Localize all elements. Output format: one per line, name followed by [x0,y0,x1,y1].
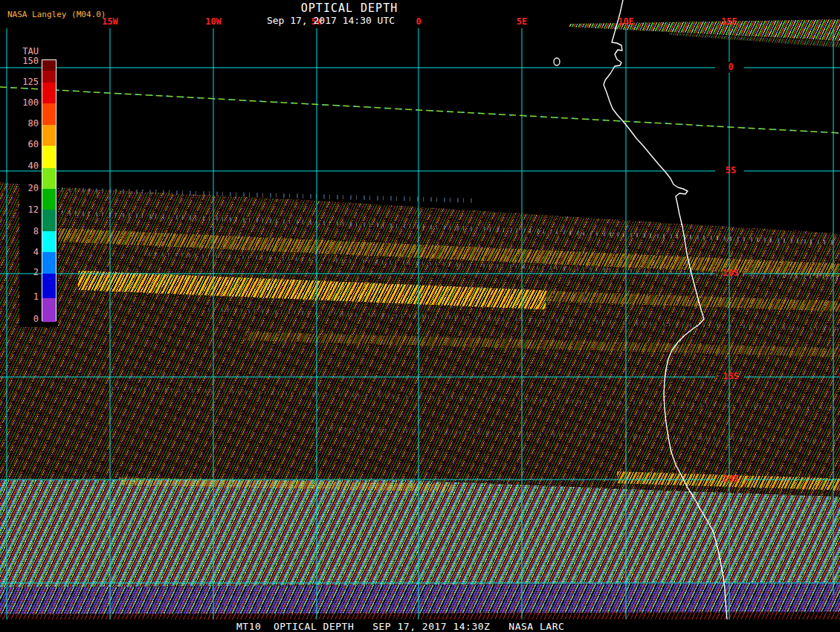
footer-caption: MT10 OPTICAL DEPTH SEP 17, 2017 14:30Z N… [236,621,564,632]
legend-colorbar [42,59,56,321]
legend-tick-label: 40 [28,161,39,172]
legend-ticks: TAU 150125100806040201284210 [19,41,39,327]
legend-color-segment [42,210,56,231]
legend-tick-label: 20 [28,183,39,194]
legend-tick-label: 1 [33,291,39,303]
credit-label: NASA Langley (M04.0) [7,10,106,19]
legend-color-segment [42,168,56,189]
legend-color-segment [42,146,56,168]
latitude-label: 10S [723,268,739,279]
legend-color-segment [42,298,56,322]
legend-tick-label: 150 [22,56,39,67]
map-overlay [0,0,840,632]
legend-color-segment [42,274,56,298]
longitude-label: 0 [416,16,421,27]
page-title: OPTICAL DEPTH [301,1,398,15]
legend-color-segment [42,252,56,274]
legend-tick-label: 12 [28,204,39,216]
legend-color-segment [42,103,56,125]
legend-tick-label: 0 [33,314,39,325]
legend-tick-label: 60 [28,139,39,150]
longitude-label: 10E [618,16,634,27]
satellite-optical-depth-viewport: TAU 150125100806040201284210 NASA Langle… [0,0,840,632]
legend-tick-label: 4 [33,247,39,258]
timestamp-subtitle: Sep 17, 2017 14:30 UTC [267,15,395,26]
legend-title: TAU [22,46,39,57]
latitude-label: 0 [728,62,733,73]
legend-tick-label: 100 [22,97,39,109]
coastline [604,0,727,619]
legend-color-segment [42,125,56,146]
legend-color-segment [42,83,56,103]
legend-color-segment [42,231,56,252]
legend-color-segment [42,60,56,71]
island-outline [554,58,560,65]
longitude-label: 5E [517,16,527,27]
latitude-label: 5S [726,165,736,176]
legend-tick-label: 80 [28,118,39,129]
latitude-label: 15S [723,371,739,382]
footer-bar: MT10 OPTICAL DEPTH SEP 17, 2017 14:30Z N… [0,619,840,632]
legend-color-segment [42,71,56,83]
legend-tick-label: 125 [22,77,39,88]
legend-tick-label: 8 [33,226,39,237]
latitude-label: 20S [723,474,739,485]
legend-color-segment [42,189,56,210]
grid-lines [0,28,840,619]
legend-tick-label: 2 [33,267,39,278]
longitude-label: 15E [721,16,737,27]
longitude-label: 10W [205,16,222,27]
